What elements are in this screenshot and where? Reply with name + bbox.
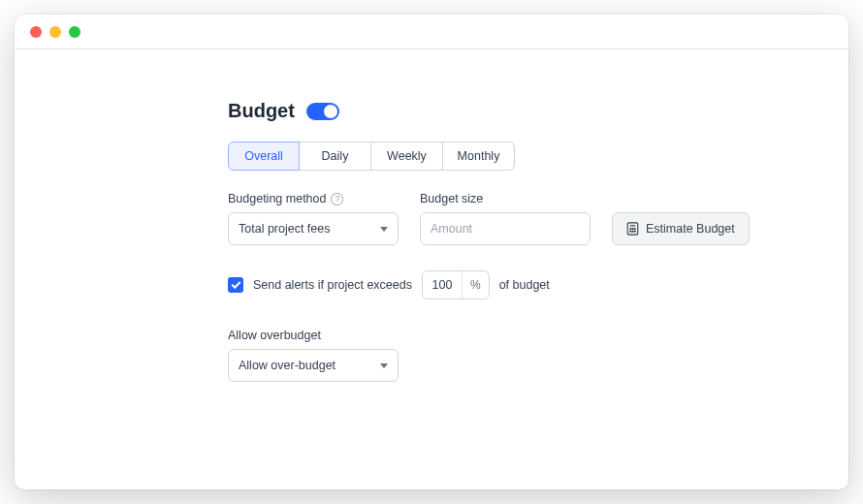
overbudget-section: Allow overbudget Allow over-budget xyxy=(228,329,848,382)
budget-amount-input[interactable] xyxy=(421,213,591,244)
overbudget-value: Allow over-budget xyxy=(239,359,336,372)
budgeting-method-group: Budgeting method ? Total project fees xyxy=(228,192,399,245)
percent-suffix: % xyxy=(462,271,489,299)
calculator-icon xyxy=(626,222,639,236)
estimate-budget-button[interactable]: Estimate Budget xyxy=(612,212,750,245)
alert-prefix-text: Send alerts if project exceeds xyxy=(253,278,412,292)
form-row-main: Budgeting method ? Total project fees Bu… xyxy=(228,192,848,245)
chevron-down-icon xyxy=(380,227,388,232)
alert-threshold-input[interactable] xyxy=(423,271,462,299)
svg-point-5 xyxy=(630,231,631,232)
budgeting-method-select[interactable]: Total project fees xyxy=(228,212,399,245)
budget-size-label: Budget size xyxy=(420,192,483,205)
help-icon[interactable]: ? xyxy=(331,193,343,205)
overbudget-select[interactable]: Allow over-budget xyxy=(228,349,399,382)
minimize-window-button[interactable] xyxy=(49,26,61,38)
budgeting-method-label-row: Budgeting method ? xyxy=(228,192,399,205)
budget-size-label-row: Budget size xyxy=(420,192,591,205)
estimate-col: Estimate Budget xyxy=(612,192,750,245)
tab-monthly[interactable]: Monthly xyxy=(443,142,515,171)
tab-weekly[interactable]: Weekly xyxy=(371,142,443,171)
alert-suffix-text: of budget xyxy=(499,278,550,292)
alert-percent-group: % xyxy=(422,270,490,299)
svg-point-7 xyxy=(634,231,635,232)
overbudget-label: Allow overbudget xyxy=(228,329,848,342)
page-title: Budget xyxy=(228,100,295,122)
tab-overall[interactable]: Overall xyxy=(228,142,300,171)
titlebar xyxy=(15,15,848,49)
svg-point-6 xyxy=(632,231,633,232)
check-icon xyxy=(231,279,240,289)
svg-point-3 xyxy=(632,228,633,229)
budget-amount-input-group: USD xyxy=(420,212,591,245)
chevron-down-icon xyxy=(380,363,388,368)
content-area: Budget Overall Daily Weekly Monthly Budg… xyxy=(15,49,848,382)
window-controls xyxy=(30,26,80,38)
estimate-budget-label: Estimate Budget xyxy=(646,222,735,236)
alert-row: Send alerts if project exceeds % of budg… xyxy=(228,270,848,299)
budget-size-group: Budget size USD xyxy=(420,192,591,245)
budgeting-method-label: Budgeting method xyxy=(228,192,326,205)
page-header: Budget xyxy=(228,100,848,122)
period-tabs: Overall Daily Weekly Monthly xyxy=(228,142,848,171)
svg-point-2 xyxy=(630,228,631,229)
tab-daily[interactable]: Daily xyxy=(300,142,371,171)
budget-toggle[interactable] xyxy=(306,103,339,120)
svg-point-4 xyxy=(634,228,635,229)
budgeting-method-value: Total project fees xyxy=(239,222,331,236)
maximize-window-button[interactable] xyxy=(69,26,80,38)
app-window: Budget Overall Daily Weekly Monthly Budg… xyxy=(15,15,848,489)
alert-checkbox[interactable] xyxy=(228,277,243,293)
close-window-button[interactable] xyxy=(30,26,42,38)
